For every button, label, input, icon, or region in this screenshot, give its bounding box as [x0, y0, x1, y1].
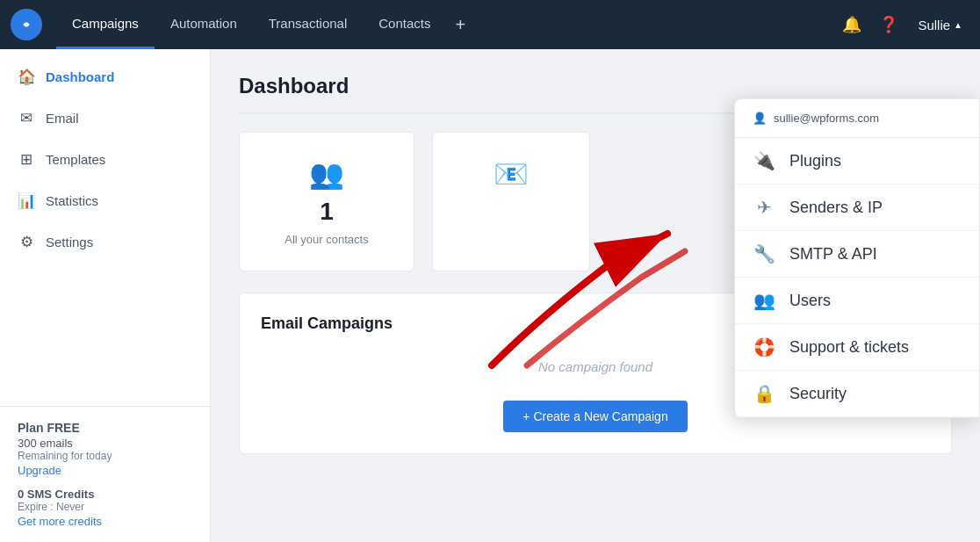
dropdown-user-header: 👤 sullie@wpforms.com	[735, 99, 979, 138]
statistics-icon: 📊	[18, 192, 35, 210]
top-navigation: Campaigns Automation Transactional Conta…	[0, 0, 980, 49]
sidebar-label-settings: Settings	[46, 235, 93, 249]
user-dropdown-menu: 👤 sullie@wpforms.com 🔌 Plugins ✈ Senders…	[734, 98, 980, 418]
nav-plus-button[interactable]: +	[446, 0, 474, 49]
sms-credits: 0 SMS Credits	[18, 488, 192, 501]
dropdown-item-plugins[interactable]: 🔌 Plugins	[735, 138, 979, 184]
dropdown-item-users[interactable]: 👥 Users	[735, 278, 979, 324]
users-icon: 👥	[753, 290, 775, 311]
user-menu-button[interactable]: Sullie ▲	[911, 18, 969, 33]
help-button[interactable]: ❓	[874, 10, 904, 40]
dropdown-item-senders[interactable]: ✈ Senders & IP	[735, 184, 979, 231]
senders-icon: ✈	[753, 197, 775, 218]
dropdown-label-senders: Senders & IP	[789, 199, 883, 217]
get-credits-link[interactable]: Get more credits	[18, 515, 192, 528]
sidebar-item-templates[interactable]: ⊞ Templates	[0, 139, 210, 180]
contacts-stat-card: 👥 1 All your contacts	[239, 132, 414, 271]
email-icon: ✉	[18, 109, 35, 127]
user-name-label: Sullie	[918, 18, 950, 33]
sidebar-item-email[interactable]: ✉ Email	[0, 98, 210, 139]
second-stat-card: 📧	[432, 132, 590, 271]
main-layout: 🏠 Dashboard ✉ Email ⊞ Templates 📊 Statis…	[0, 49, 980, 542]
dropdown-label-support: Support & tickets	[789, 338, 909, 357]
sidebar-label-templates: Templates	[46, 152, 105, 167]
security-icon: 🔒	[753, 383, 775, 404]
home-icon: 🏠	[18, 68, 35, 86]
create-campaign-button[interactable]: + Create a New Campaign	[503, 401, 687, 432]
smtp-icon: 🔧	[753, 243, 775, 264]
contacts-stat-label: All your contacts	[285, 233, 368, 246]
nav-item-contacts[interactable]: Contacts	[363, 0, 446, 49]
nav-item-transactional[interactable]: Transactional	[253, 0, 364, 49]
plan-name: Plan FREE	[18, 421, 192, 435]
notifications-button[interactable]: 🔔	[837, 10, 867, 40]
settings-icon: ⚙	[18, 233, 35, 251]
upgrade-link[interactable]: Upgrade	[18, 464, 192, 477]
plan-remaining: Remaining for today	[18, 450, 192, 462]
templates-icon: ⊞	[18, 150, 35, 169]
plan-emails: 300 emails	[18, 437, 192, 450]
sidebar-footer: Plan FREE 300 emails Remaining for today…	[0, 406, 210, 542]
dropdown-label-plugins: Plugins	[789, 152, 841, 170]
sidebar-label-statistics: Statistics	[46, 193, 98, 208]
sidebar-item-settings[interactable]: ⚙ Settings	[0, 221, 210, 263]
user-caret-icon: ▲	[954, 20, 962, 30]
sidebar-label-email: Email	[46, 111, 79, 126]
sidebar: 🏠 Dashboard ✉ Email ⊞ Templates 📊 Statis…	[0, 49, 211, 542]
second-stat-icon: 📧	[494, 157, 529, 191]
contacts-stat-icon: 👥	[309, 157, 344, 191]
sidebar-nav: 🏠 Dashboard ✉ Email ⊞ Templates 📊 Statis…	[0, 49, 210, 406]
dropdown-item-security[interactable]: 🔒 Security	[735, 371, 979, 417]
dropdown-label-security: Security	[789, 385, 847, 403]
user-avatar-icon: 👤	[753, 112, 767, 125]
nav-item-campaigns[interactable]: Campaigns	[56, 0, 155, 49]
contacts-stat-number: 1	[320, 198, 334, 226]
dropdown-label-smtp: SMTP & API	[789, 245, 877, 264]
sidebar-item-statistics[interactable]: 📊 Statistics	[0, 180, 210, 221]
sidebar-label-dashboard: Dashboard	[46, 69, 114, 84]
sidebar-item-dashboard[interactable]: 🏠 Dashboard	[0, 56, 210, 98]
dropdown-user-email: sullie@wpforms.com	[774, 112, 879, 125]
sms-expire: Expire : Never	[18, 501, 192, 513]
nav-right-controls: 🔔 ❓ Sullie ▲	[837, 10, 969, 40]
dropdown-item-smtp[interactable]: 🔧 SMTP & API	[735, 231, 979, 278]
nav-item-automation[interactable]: Automation	[155, 0, 253, 49]
dropdown-label-users: Users	[789, 292, 831, 310]
dropdown-item-support[interactable]: 🛟 Support & tickets	[735, 324, 979, 371]
sms-section: 0 SMS Credits Expire : Never Get more cr…	[18, 488, 192, 528]
app-logo[interactable]	[11, 9, 42, 40]
support-icon: 🛟	[753, 336, 775, 358]
plugins-icon: 🔌	[753, 150, 775, 171]
nav-items: Campaigns Automation Transactional Conta…	[56, 0, 474, 49]
